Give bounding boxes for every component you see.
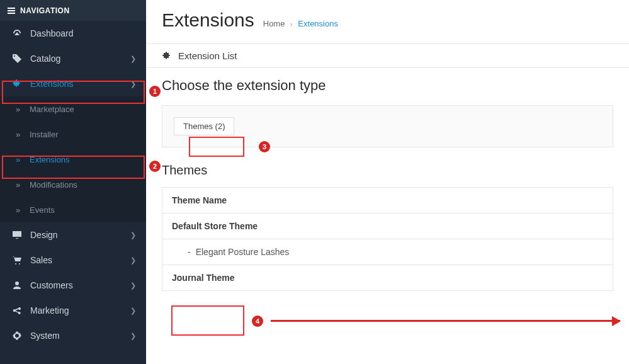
sidebar-item-marketing[interactable]: Marketing ❯: [0, 298, 146, 323]
tag-icon: [10, 54, 24, 64]
sidebar-subitem-label: Marketplace: [30, 105, 74, 114]
chevron-right-icon: ❯: [130, 332, 136, 340]
dashboard-icon: [10, 28, 24, 38]
theme-name-cell: Default Store Theme: [162, 213, 613, 239]
nav-header: NAVIGATION: [0, 0, 146, 21]
monitor-icon: [10, 230, 24, 240]
panel-heading: Extension List: [146, 44, 629, 68]
store-name-cell: -Elegant Posture Lashes: [162, 239, 613, 265]
puzzle-icon: [162, 51, 172, 61]
annotation-badge: 1: [149, 86, 161, 97]
choose-type-heading: Choose the extension type: [162, 77, 613, 94]
breadcrumb: Home › Extensions: [263, 19, 338, 28]
sidebar-subitem-installer[interactable]: » Installer: [0, 122, 146, 147]
breadcrumb-home[interactable]: Home: [263, 19, 285, 28]
breadcrumb-separator: ›: [290, 20, 293, 28]
extension-panel: Extension List Choose the extension type…: [146, 43, 629, 300]
chevron-double-icon: »: [16, 205, 30, 215]
sidebar-item-label: Sales: [30, 255, 130, 265]
chevron-double-icon: »: [16, 155, 30, 164]
share-icon: [10, 305, 24, 316]
sidebar-subitem-label: Installer: [30, 130, 59, 139]
user-icon: [10, 280, 24, 290]
themes-heading: Themes: [162, 163, 613, 178]
sidebar-item-extensions[interactable]: Extensions ❯: [0, 71, 146, 96]
extension-type-box: Themes (2): [162, 105, 613, 147]
nav-header-label: NAVIGATION: [20, 6, 70, 15]
chevron-right-icon: ❯: [130, 282, 136, 290]
col-theme-name: Theme Name: [162, 188, 613, 213]
sidebar-subitem-label: Events: [30, 205, 55, 215]
sidebar-item-catalog[interactable]: Catalog ❯: [0, 46, 146, 71]
sidebar-item-design[interactable]: Design ❯: [0, 222, 146, 247]
panel-heading-label: Extension List: [178, 50, 237, 61]
sidebar-subitem-events[interactable]: » Events: [0, 197, 146, 222]
annotation-badge: 4: [252, 316, 263, 327]
extension-type-select[interactable]: Themes (2): [174, 117, 234, 135]
breadcrumb-current[interactable]: Extensions: [298, 19, 338, 28]
sidebar-item-label: Catalog: [30, 54, 130, 64]
sidebar-item-system[interactable]: System ❯: [0, 323, 146, 348]
annotation-badge: 2: [149, 161, 161, 172]
chevron-right-icon: ❯: [130, 307, 136, 315]
sidebar-subitem-label: Extensions: [30, 155, 70, 164]
sidebar-subitem-marketplace[interactable]: » Marketplace: [0, 96, 146, 122]
sidebar-subitem-modifications[interactable]: » Modifications: [0, 172, 146, 197]
sidebar-item-customers[interactable]: Customers ❯: [0, 273, 146, 298]
chevron-right-icon: ❯: [130, 80, 136, 88]
chevron-right-icon: ❯: [130, 55, 136, 63]
themes-table: Theme Name Default Store Theme -Elegant …: [162, 187, 613, 291]
annotation-badge: 3: [259, 141, 270, 152]
chevron-double-icon: »: [16, 130, 30, 139]
sidebar-item-label: Dashboard: [30, 28, 136, 38]
page-title: Extensions: [162, 9, 254, 31]
theme-name-cell: Journal Theme: [162, 265, 613, 291]
main-content: Extensions Home › Extensions Extension L…: [146, 0, 629, 364]
table-row: Default Store Theme: [162, 213, 613, 239]
sidebar-item-label: System: [30, 331, 130, 341]
gear-icon: [10, 331, 24, 341]
sidebar-item-dashboard[interactable]: Dashboard: [0, 21, 146, 46]
sidebar-subitem-extensions[interactable]: » Extensions: [0, 147, 146, 172]
nav-list: Dashboard Catalog ❯ Extensions ❯ » Marke…: [0, 21, 146, 348]
extension-type-selected: Themes (2): [183, 122, 225, 131]
page-header: Extensions Home › Extensions: [146, 0, 629, 43]
cart-icon: [10, 255, 24, 265]
chevron-right-icon: ❯: [130, 256, 136, 264]
sidebar-subitem-label: Modifications: [30, 180, 77, 190]
chevron-double-icon: »: [16, 180, 30, 190]
sidebar-item-label: Design: [30, 230, 130, 240]
table-row: -Elegant Posture Lashes: [162, 239, 613, 265]
sidebar-item-label: Extensions: [30, 79, 130, 89]
store-name: Elegant Posture Lashes: [196, 247, 290, 257]
chevron-right-icon: ❯: [130, 231, 136, 239]
chevron-double-icon: »: [16, 105, 30, 114]
sidebar-item-label: Customers: [30, 280, 130, 290]
puzzle-icon: [10, 79, 24, 89]
table-row: Journal Theme: [162, 265, 613, 291]
sidebar-item-sales[interactable]: Sales ❯: [0, 247, 146, 273]
hamburger-icon[interactable]: [8, 8, 15, 14]
sidebar-item-label: Marketing: [30, 305, 130, 316]
sidebar: NAVIGATION Dashboard Catalog ❯ Ex: [0, 0, 146, 364]
